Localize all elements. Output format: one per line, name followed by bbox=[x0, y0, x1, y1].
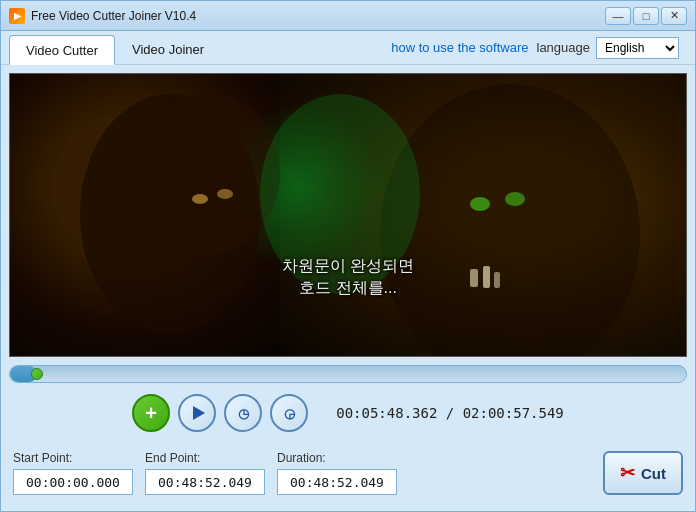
tab-video-cutter[interactable]: Video Cutter bbox=[9, 35, 115, 65]
mark-in-icon: ◷ bbox=[238, 406, 249, 421]
play-icon bbox=[193, 406, 205, 420]
language-select[interactable]: English Chinese Japanese Korean Spanish … bbox=[596, 37, 679, 59]
mark-out-button[interactable]: ◶ bbox=[270, 394, 308, 432]
video-frame: 차원문이 완성되면 호드 전체를... bbox=[10, 74, 686, 356]
video-subtitle: 차원문이 완성되면 호드 전체를... bbox=[282, 255, 414, 300]
help-link[interactable]: how to use the software bbox=[391, 31, 528, 64]
close-button[interactable]: ✕ bbox=[661, 7, 687, 25]
svg-rect-11 bbox=[10, 74, 686, 356]
duration-group: Duration: bbox=[277, 451, 397, 495]
main-window: ▶ Free Video Cutter Joiner V10.4 — □ ✕ V… bbox=[0, 0, 696, 512]
mark-in-button[interactable]: ◷ bbox=[224, 394, 262, 432]
scissors-icon: ✂ bbox=[620, 462, 635, 484]
bottom-area: Start Point: End Point: Duration: ✂ Cut bbox=[9, 443, 687, 503]
main-content: 차원문이 완성되면 호드 전체를... + ◷ ◶ bbox=[1, 65, 695, 511]
language-area: language English Chinese Japanese Korean… bbox=[529, 31, 688, 64]
language-label: language bbox=[537, 40, 591, 55]
play-button[interactable] bbox=[178, 394, 216, 432]
progress-bar[interactable] bbox=[9, 365, 687, 383]
window-title: Free Video Cutter Joiner V10.4 bbox=[31, 9, 605, 23]
end-point-input[interactable] bbox=[145, 469, 265, 495]
progress-handle[interactable] bbox=[31, 368, 43, 380]
start-point-group: Start Point: bbox=[13, 451, 133, 495]
duration-input[interactable] bbox=[277, 469, 397, 495]
cut-button[interactable]: ✂ Cut bbox=[603, 451, 683, 495]
title-bar: ▶ Free Video Cutter Joiner V10.4 — □ ✕ bbox=[1, 1, 695, 31]
end-point-label: End Point: bbox=[145, 451, 265, 465]
duration-label: Duration: bbox=[277, 451, 397, 465]
end-point-group: End Point: bbox=[145, 451, 265, 495]
start-point-input[interactable] bbox=[13, 469, 133, 495]
menu-bar: Video Cutter Video Joiner how to use the… bbox=[1, 31, 695, 65]
video-player[interactable]: 차원문이 완성되면 호드 전체를... bbox=[9, 73, 687, 357]
minimize-button[interactable]: — bbox=[605, 7, 631, 25]
maximize-button[interactable]: □ bbox=[633, 7, 659, 25]
video-scene-svg bbox=[10, 74, 686, 356]
mark-out-icon: ◶ bbox=[284, 406, 295, 421]
time-display: 00:05:48.362 / 02:00:57.549 bbox=[336, 405, 564, 421]
tab-video-joiner[interactable]: Video Joiner bbox=[115, 35, 221, 64]
controls-area: + ◷ ◶ 00:05:48.362 / 02:00:57.549 bbox=[9, 391, 687, 435]
cut-label: Cut bbox=[641, 465, 666, 482]
menu-spacer bbox=[221, 31, 391, 64]
start-point-label: Start Point: bbox=[13, 451, 133, 465]
app-icon: ▶ bbox=[9, 8, 25, 24]
add-file-button[interactable]: + bbox=[132, 394, 170, 432]
progress-fill bbox=[10, 366, 37, 382]
window-controls: — □ ✕ bbox=[605, 7, 687, 25]
